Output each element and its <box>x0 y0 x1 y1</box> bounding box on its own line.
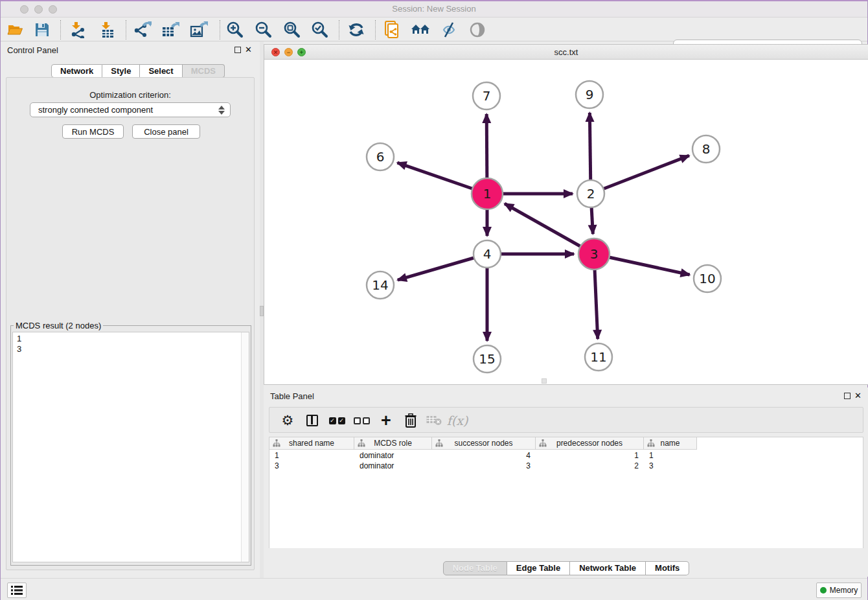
table-row[interactable]: 3dominator323 <box>269 461 863 471</box>
network-view-window: ✕ − + scc.txt 7968124314101511 <box>264 44 868 385</box>
toolbar-separator <box>220 20 220 40</box>
column-header-MCDS-role[interactable]: MCDS role <box>354 437 432 450</box>
table-body: 1dominator4113dominator323 <box>269 450 863 471</box>
zoom-selected-icon[interactable] <box>310 21 330 39</box>
column-layout-icon[interactable] <box>302 410 323 431</box>
delete-icon[interactable] <box>400 410 421 431</box>
gear-icon[interactable]: ⚙ <box>277 410 298 431</box>
dropdown-value: strongly connected component <box>38 105 153 115</box>
memory-label: Memory <box>830 586 858 595</box>
network-window-title: scc.txt <box>264 47 868 57</box>
network-graph: 7968124314101511 <box>264 60 868 384</box>
export-image-icon[interactable] <box>189 21 209 39</box>
column-label: successor nodes <box>454 439 512 448</box>
add-column-icon[interactable]: + <box>376 410 396 431</box>
save-session-icon[interactable] <box>32 21 52 39</box>
table-cell[interactable]: 1 <box>644 450 697 461</box>
close-panel-icon[interactable]: ✕ <box>245 45 252 54</box>
graph-node-label: 9 <box>586 87 594 102</box>
table-cell[interactable]: 1 <box>536 450 644 461</box>
import-table-icon[interactable] <box>98 21 117 39</box>
float-panel-icon[interactable] <box>234 47 241 53</box>
optimization-criterion-dropdown[interactable]: strongly connected component <box>30 102 231 117</box>
status-bar: Memory <box>1 578 867 600</box>
deselect-all-icon[interactable] <box>351 410 372 431</box>
mcds-result-text: 1 3 <box>17 334 21 354</box>
chevron-up-down-icon <box>218 105 225 115</box>
column-label: predecessor nodes <box>556 439 622 448</box>
tab-mcds[interactable]: MCDS <box>183 64 225 78</box>
table-cell[interactable]: 3 <box>644 461 697 471</box>
tab-network[interactable]: Network <box>51 64 102 78</box>
zoom-out-icon[interactable] <box>254 21 273 39</box>
graph-node-label: 3 <box>590 246 599 262</box>
zoom-in-icon[interactable] <box>225 21 245 39</box>
tab-motifs[interactable]: Motifs <box>646 561 689 575</box>
export-network-icon[interactable] <box>133 21 152 39</box>
control-panel-title: Control Panel <box>7 45 58 55</box>
table-cell[interactable]: 1 <box>269 450 354 461</box>
tab-select[interactable]: Select <box>140 64 182 78</box>
clone-network-icon[interactable] <box>383 21 402 39</box>
tab-edge-table[interactable]: Edge Table <box>507 561 570 575</box>
toolbar-separator <box>126 20 126 40</box>
memory-button[interactable]: Memory <box>816 583 862 598</box>
select-all-icon[interactable]: ✓✓ <box>326 410 347 431</box>
table-cell[interactable]: 3 <box>432 461 536 471</box>
zoom-fit-icon[interactable] <box>282 21 302 39</box>
mcds-panel: Optimization criterion: strongly connect… <box>6 77 255 570</box>
mcds-result-scrollbar[interactable] <box>241 332 249 562</box>
memory-status-icon <box>820 587 827 594</box>
tab-node-table[interactable]: Node Table <box>443 561 507 575</box>
task-history-button[interactable] <box>7 583 27 598</box>
table-cell[interactable]: 3 <box>269 461 354 471</box>
table-tabs: Node TableEdge TableNetwork TableMotifs <box>264 561 868 575</box>
refresh-layout-icon[interactable] <box>347 21 366 39</box>
table-toolbar: ⚙ ✓✓ + f(x) <box>269 407 863 433</box>
control-panel-tabs: NetworkStyleSelectMCDS <box>51 64 225 78</box>
table-cell[interactable]: 4 <box>432 450 536 461</box>
open-session-icon[interactable] <box>6 21 25 39</box>
graphics-details-icon[interactable] <box>468 21 487 39</box>
graph-node-label: 1 <box>483 186 492 202</box>
close-panel-button[interactable]: Close panel <box>132 124 200 139</box>
column-header-shared-name[interactable]: shared name <box>269 437 354 450</box>
delete-table-icon[interactable] <box>424 410 444 431</box>
canvas-resize-handle[interactable] <box>542 378 547 384</box>
mcds-result-fieldset: MCDS result (2 nodes) 1 3 <box>10 321 251 566</box>
show-all-networks-icon[interactable] <box>411 21 430 39</box>
column-header-name[interactable]: name <box>644 437 697 450</box>
table-panel-title: Table Panel <box>270 391 314 401</box>
export-table-icon[interactable] <box>161 21 180 39</box>
column-label: name <box>660 439 680 448</box>
graph-node-label: 15 <box>479 351 495 367</box>
float-table-panel-icon[interactable] <box>844 393 851 399</box>
run-mcds-button[interactable]: Run MCDS <box>62 124 124 139</box>
column-header-predecessor-nodes[interactable]: predecessor nodes <box>536 437 644 450</box>
close-table-panel-icon[interactable]: ✕ <box>854 391 862 400</box>
tab-style[interactable]: Style <box>102 64 140 78</box>
mcds-result-box[interactable]: 1 3 <box>12 332 249 562</box>
table-row[interactable]: 1dominator411 <box>269 450 863 461</box>
table-cell[interactable]: dominator <box>354 450 432 461</box>
hide-mapping-icon[interactable] <box>439 21 459 39</box>
graph-node-label: 10 <box>699 271 715 286</box>
table-panel-header: Table Panel ✕ <box>264 387 868 404</box>
graph-node-label: 6 <box>376 149 385 165</box>
mcds-result-legend: MCDS result (2 nodes) <box>14 321 103 330</box>
optimization-criterion-label: Optimization criterion: <box>6 90 254 100</box>
toolbar-separator <box>375 20 376 40</box>
table-cell[interactable]: 2 <box>536 461 644 471</box>
tab-network-table[interactable]: Network Table <box>570 561 646 575</box>
task-list-icon <box>11 586 23 595</box>
function-builder-icon[interactable]: f(x) <box>447 410 468 431</box>
graph-edge-2-8[interactable] <box>591 156 689 194</box>
graph-node-label: 11 <box>590 349 606 365</box>
import-network-icon[interactable] <box>68 21 87 39</box>
network-window-titlebar: ✕ − + scc.txt <box>264 45 868 60</box>
column-header-successor-nodes[interactable]: successor nodes <box>432 437 536 450</box>
node-table: shared nameMCDS rolesuccessor nodesprede… <box>269 437 863 548</box>
graph-node-label: 7 <box>483 88 491 104</box>
network-canvas[interactable]: 7968124314101511 <box>264 60 868 384</box>
table-cell[interactable]: dominator <box>354 461 432 471</box>
